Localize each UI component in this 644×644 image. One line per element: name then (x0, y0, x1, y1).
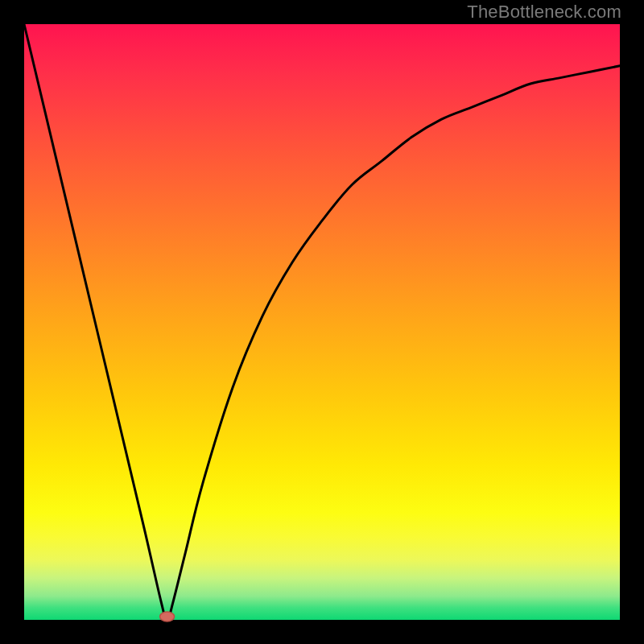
watermark-text: TheBottleneck.com (467, 2, 621, 23)
bottleneck-curve (24, 24, 620, 620)
curve-layer (24, 24, 620, 620)
plot-area (24, 24, 620, 620)
minimum-marker (160, 612, 175, 621)
chart-frame: TheBottleneck.com (0, 0, 644, 644)
